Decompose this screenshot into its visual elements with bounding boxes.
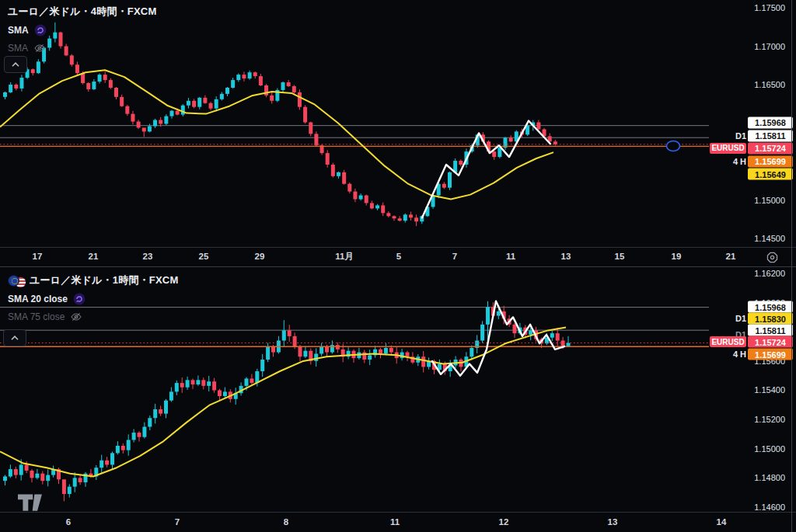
tradingview-multichart: 1.175001.170001.165001.160001.155001.150… xyxy=(0,0,796,532)
line-drag-handle[interactable] xyxy=(667,141,680,151)
symbol-title-1h[interactable]: ユーロ／米ドル・1時間・FXCM xyxy=(30,273,178,287)
time-tick-label: 14 xyxy=(717,517,727,527)
eye-off-icon[interactable] xyxy=(70,311,82,323)
refresh-loading-icon[interactable] xyxy=(73,293,86,305)
collapse-pane-button[interactable] xyxy=(3,329,26,346)
price-axis-1h[interactable] xyxy=(709,266,791,512)
indicator-row-sma[interactable]: SMA xyxy=(8,24,156,37)
price-axis-border xyxy=(791,0,792,532)
eye-off-icon[interactable] xyxy=(33,42,46,54)
symbol-title-4h[interactable]: ユーロ／米ドル・4時間・FXCM xyxy=(8,5,156,19)
collapse-pane-button[interactable] xyxy=(4,56,27,73)
indicator-label: SMA xyxy=(8,25,29,36)
time-axis-4h[interactable] xyxy=(0,248,709,266)
indicator-row-sma75[interactable]: SMA 75 close xyxy=(8,311,178,323)
axis-settings-gear-icon[interactable] xyxy=(763,249,780,265)
pane-legend-4h: ユーロ／米ドル・4時間・FXCM SMA SMA xyxy=(8,5,156,54)
eurusd-flags-icon xyxy=(8,275,26,287)
pane-separator[interactable] xyxy=(0,266,796,267)
time-axis-1h[interactable] xyxy=(0,513,709,532)
indicator-row-sma-hidden[interactable]: SMA xyxy=(8,42,156,54)
indicator-label: SMA 75 close xyxy=(8,311,65,322)
time-tick-label: 21 xyxy=(726,252,736,261)
pane-legend-1h: ユーロ／米ドル・1時間・FXCM SMA 20 close SMA 75 clo… xyxy=(8,273,178,323)
price-axis-4h[interactable] xyxy=(709,0,791,247)
indicator-label: SMA 20 close xyxy=(8,294,68,304)
refresh-loading-icon[interactable] xyxy=(34,24,47,37)
indicator-label: SMA xyxy=(8,43,28,54)
indicator-row-sma20[interactable]: SMA 20 close xyxy=(8,293,178,305)
